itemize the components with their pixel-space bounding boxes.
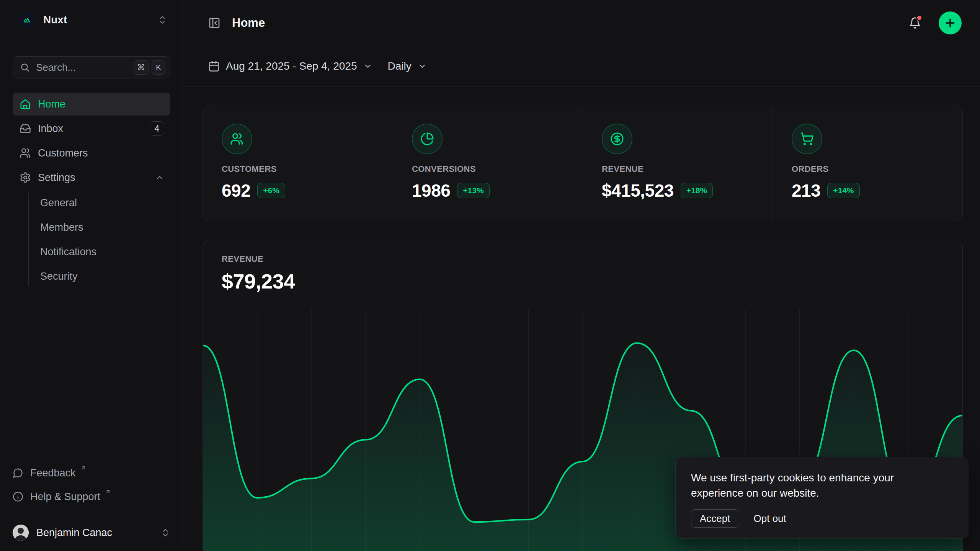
sidebar-subitem-security[interactable]: Security (40, 264, 170, 289)
notification-dot (916, 15, 923, 21)
notifications-button[interactable] (907, 15, 923, 31)
message-bubble-icon (13, 468, 23, 478)
sidebar-subitem-notifications[interactable]: Notifications (40, 240, 170, 264)
stat-delta-badge: +13% (457, 183, 489, 198)
sidebar-footer: Feedback Help & Support Benjamin Canac (13, 461, 170, 551)
cookie-message: We use first-party cookies to enhance yo… (691, 470, 940, 501)
help-support-label: Help & Support (30, 491, 100, 503)
sidebar-item-settings[interactable]: Settings (13, 166, 170, 189)
chevrons-up-down-icon (160, 528, 170, 538)
users-icon (222, 124, 252, 154)
stat-value: $415,523 (602, 180, 674, 201)
help-support-link[interactable]: Help & Support (13, 485, 170, 509)
inbox-icon (20, 123, 31, 134)
stat-label: REVENUE (602, 164, 761, 174)
header-actions (907, 11, 962, 34)
granularity-select[interactable]: Daily (388, 60, 427, 72)
chevrons-up-down-icon (157, 15, 167, 25)
calendar-icon (208, 60, 220, 72)
external-link-icon (80, 465, 87, 471)
cart-icon (792, 124, 822, 154)
stat-delta-badge: +6% (257, 183, 285, 198)
page-title: Home (232, 16, 907, 30)
workspace-switcher[interactable]: Nuxt (19, 9, 167, 31)
sidebar-item-inbox[interactable]: Inbox 4 (13, 117, 170, 140)
collapse-sidebar-button[interactable] (208, 17, 220, 29)
stat-card-orders[interactable]: ORDERS 213 +14% (773, 105, 962, 221)
stat-value: 692 (222, 180, 250, 201)
stat-card-conversions[interactable]: CONVERSIONS 1986 +13% (393, 105, 583, 221)
search-placeholder: Search... (36, 62, 131, 73)
search-input[interactable]: Search... ⌘ K (13, 56, 170, 78)
header-bar: Home (183, 0, 980, 46)
workspace-name: Nuxt (43, 14, 157, 26)
sidebar-item-label: Home (38, 98, 164, 110)
sidebar-item-home[interactable]: Home (13, 93, 170, 116)
sidebar-item-label: Settings (38, 172, 148, 184)
sidebar: Nuxt Search... ⌘ K Home Inbox 4 (0, 0, 183, 551)
sidebar-nav: Home Inbox 4 Customers Settings Ge (13, 93, 170, 289)
users-icon (20, 147, 31, 159)
sidebar-item-customers[interactable]: Customers (13, 142, 170, 165)
chevron-up-icon (155, 173, 164, 182)
filters-toolbar: Aug 21, 2025 - Sep 4, 2025 Daily (183, 46, 980, 86)
kbd-k: K (152, 60, 165, 75)
revenue-chart-value: $79,234 (222, 269, 962, 293)
date-range-value: Aug 21, 2025 - Sep 4, 2025 (226, 60, 357, 72)
sidebar-subitem-general[interactable]: General (40, 191, 170, 215)
stat-value: 1986 (412, 180, 450, 201)
feedback-link[interactable]: Feedback (13, 461, 170, 485)
gear-icon (20, 172, 31, 183)
user-name: Benjamin Canac (36, 527, 153, 539)
sidebar-item-label: Inbox (38, 123, 143, 135)
feedback-label: Feedback (30, 467, 76, 479)
user-menu[interactable]: Benjamin Canac (13, 514, 170, 551)
cookie-banner: We use first-party cookies to enhance yo… (676, 457, 968, 538)
stat-delta-badge: +14% (827, 183, 859, 198)
stat-label: CONVERSIONS (412, 164, 571, 174)
info-circle-icon (13, 491, 23, 502)
granularity-value: Daily (388, 60, 412, 72)
sidebar-subitem-members[interactable]: Members (40, 215, 170, 240)
stat-card-revenue[interactable]: REVENUE $415,523 +18% (583, 105, 773, 221)
revenue-chart-label: REVENUE (222, 254, 962, 264)
stat-label: CUSTOMERS (222, 164, 381, 174)
avatar (13, 525, 29, 541)
home-icon (20, 98, 31, 110)
stat-value: 213 (792, 180, 820, 201)
stat-delta-badge: +18% (681, 183, 713, 198)
stat-card-customers[interactable]: CUSTOMERS 692 +6% (203, 105, 393, 221)
settings-subnav: General Members Notifications Security (13, 191, 170, 289)
search-icon (20, 62, 30, 72)
pie-chart-icon (412, 124, 443, 154)
date-range-picker[interactable]: Aug 21, 2025 - Sep 4, 2025 (208, 60, 372, 72)
dollar-circle-icon (602, 124, 632, 154)
accept-cookies-button[interactable]: Accept (691, 509, 739, 528)
kbd-meta: ⌘ (134, 60, 149, 75)
external-link-icon (105, 489, 111, 495)
stat-label: ORDERS (792, 164, 951, 174)
optout-cookies-button[interactable]: Opt out (754, 513, 786, 525)
sidebar-item-label: Customers (38, 147, 164, 159)
chevron-down-icon (363, 62, 372, 71)
chevron-down-icon (418, 62, 427, 71)
stats-panel: CUSTOMERS 692 +6% CONVERSIONS 1986 +13% (203, 105, 963, 221)
inbox-count-badge: 4 (150, 121, 164, 136)
add-button[interactable] (939, 11, 962, 34)
nuxt-logo-icon (19, 12, 35, 28)
